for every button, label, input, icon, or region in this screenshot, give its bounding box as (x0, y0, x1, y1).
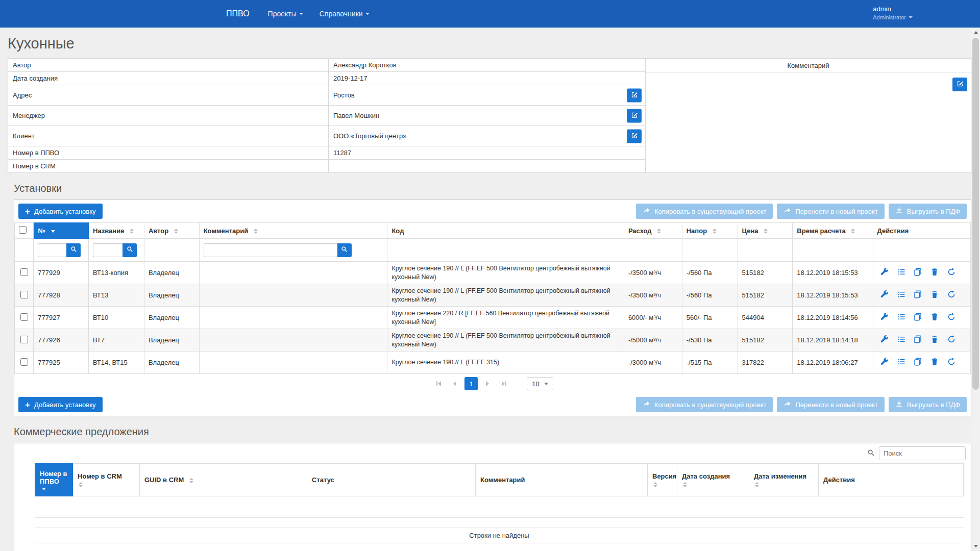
first-page-button[interactable] (432, 377, 445, 390)
col-header-pressure[interactable]: Напор (682, 223, 738, 239)
edit-comment-button[interactable] (952, 78, 967, 91)
sort-icon (755, 482, 814, 487)
row-details-button[interactable] (895, 311, 908, 324)
comment-filter-search-button[interactable] (337, 243, 352, 257)
row-delete-button[interactable] (928, 289, 941, 302)
cell-calc-time: 18.12.2019 18:15:53 (793, 284, 873, 307)
select-all-header (15, 223, 34, 239)
move-to-new-project-button[interactable]: Перенести в новый проект (777, 397, 884, 412)
info-row-ppvo-number: Номер в ППВО 11287 (8, 146, 646, 160)
row-details-button[interactable] (895, 334, 908, 346)
col-header-number[interactable]: № (34, 223, 89, 239)
col-header-flow[interactable]: Расход (624, 223, 682, 239)
row-recalculate-button[interactable] (945, 356, 958, 369)
installations-filter-row (15, 239, 971, 262)
row-checkbox[interactable] (20, 268, 28, 276)
add-installation-button[interactable]: + Добавить установку (18, 204, 103, 219)
nav-projects-label: Проекты (268, 10, 297, 18)
row-checkbox[interactable] (20, 313, 28, 321)
page-size-select[interactable]: 10 (527, 377, 553, 390)
row-copy-button[interactable] (912, 334, 924, 346)
row-details-button[interactable] (895, 289, 908, 302)
trash-icon (930, 313, 939, 322)
row-recalculate-button[interactable] (945, 266, 958, 279)
row-details-button[interactable] (895, 356, 908, 369)
user-menu[interactable]: admin Administrator (873, 5, 913, 21)
export-pdf-button[interactable]: Выгрузить в ПДФ (889, 397, 967, 412)
cell-calc-time: 18.12.2019 18:14:56 (793, 307, 873, 329)
col-header-calc-time[interactable]: Время расчета (793, 223, 873, 239)
cell-price: 515182 (738, 329, 793, 352)
row-settings-button[interactable] (878, 266, 891, 279)
col-header-author[interactable]: Автор (144, 223, 199, 239)
number-filter-input[interactable] (38, 243, 66, 257)
move-to-new-project-button[interactable]: Перенести в новый проект (777, 204, 884, 219)
installations-header-row: № Название Автор Комментарий (15, 223, 971, 239)
comment-filter-input[interactable] (204, 243, 337, 257)
number-filter-search-button[interactable] (66, 243, 81, 257)
row-settings-button[interactable] (878, 289, 891, 302)
offers-search-input[interactable] (879, 446, 966, 460)
info-row-created: Дата создания 2019-12-17 (8, 72, 646, 85)
row-delete-button[interactable] (928, 356, 941, 369)
pager: 1 10 (14, 374, 971, 393)
nav-projects[interactable]: Проекты (260, 0, 311, 28)
info-value: Павел Мошкин (329, 106, 646, 126)
installation-row: 777927 ВТ10 Владелец Круглое сечение 220… (15, 307, 971, 329)
col-header-name[interactable]: Название (89, 223, 144, 239)
row-recalculate-button[interactable] (945, 289, 958, 302)
col-header-comment[interactable]: Комментарий (199, 223, 387, 239)
edit-client-button[interactable] (627, 129, 642, 143)
add-installation-button[interactable]: + Добавить установку (18, 397, 103, 412)
copy-to-existing-project-button[interactable]: Копировать в существующий проект (636, 397, 773, 412)
row-settings-button[interactable] (878, 356, 891, 369)
info-value: ООО «Торговый центр» (329, 126, 646, 146)
row-checkbox[interactable] (20, 291, 28, 298)
edit-manager-button[interactable] (627, 109, 642, 122)
info-value: 11287 (329, 146, 646, 160)
offers-col-crm-number[interactable]: Номер в CRM (73, 464, 140, 496)
share-icon (783, 400, 791, 409)
page-content: Кухонные Автор Александр Коротков Дата с… (0, 35, 980, 551)
offers-col-ppvo-number[interactable]: Номер в ППВО (35, 464, 73, 496)
cell-comment (199, 262, 387, 284)
offers-col-version[interactable]: Версия (648, 464, 677, 496)
scroll-down-button[interactable] (971, 542, 980, 550)
add-installation-label: Добавить установку (34, 208, 96, 215)
row-copy-button[interactable] (912, 289, 924, 302)
offers-col-created[interactable]: Дата создания (677, 464, 749, 496)
row-settings-button[interactable] (878, 311, 891, 324)
offers-empty-row (35, 543, 964, 551)
last-page-button[interactable] (497, 377, 510, 390)
offers-col-guid[interactable]: GUID в CRM (140, 464, 307, 496)
brand-logo[interactable]: ППВО (226, 9, 250, 18)
next-page-button[interactable] (481, 377, 494, 390)
copy-to-existing-project-button[interactable]: Копировать в существующий проект (636, 204, 773, 219)
prev-page-button[interactable] (448, 377, 461, 390)
nav-directories[interactable]: Справочники (311, 0, 378, 28)
info-value (329, 160, 646, 173)
row-copy-button[interactable] (912, 266, 924, 279)
export-pdf-button[interactable]: Выгрузить в ПДФ (889, 204, 967, 219)
row-delete-button[interactable] (928, 266, 941, 279)
name-filter-input[interactable] (93, 243, 122, 257)
row-recalculate-button[interactable] (945, 311, 958, 324)
row-checkbox[interactable] (20, 336, 28, 343)
row-details-button[interactable] (895, 266, 908, 279)
row-recalculate-button[interactable] (945, 334, 958, 346)
row-delete-button[interactable] (928, 334, 941, 346)
edit-address-button[interactable] (627, 88, 642, 102)
col-header-code: Код (387, 223, 624, 239)
scroll-up-button[interactable] (971, 28, 980, 37)
select-all-checkbox[interactable] (19, 226, 27, 234)
offers-col-modified[interactable]: Дата изменения (749, 464, 819, 496)
row-copy-button[interactable] (912, 311, 924, 324)
col-header-price[interactable]: Цена (738, 223, 793, 239)
name-filter-search-button[interactable] (122, 243, 137, 257)
current-page[interactable]: 1 (464, 377, 478, 390)
row-delete-button[interactable] (928, 311, 941, 324)
scrollbar-thumb[interactable] (972, 38, 979, 390)
row-checkbox[interactable] (20, 358, 28, 366)
row-settings-button[interactable] (878, 334, 891, 346)
row-copy-button[interactable] (912, 356, 924, 369)
